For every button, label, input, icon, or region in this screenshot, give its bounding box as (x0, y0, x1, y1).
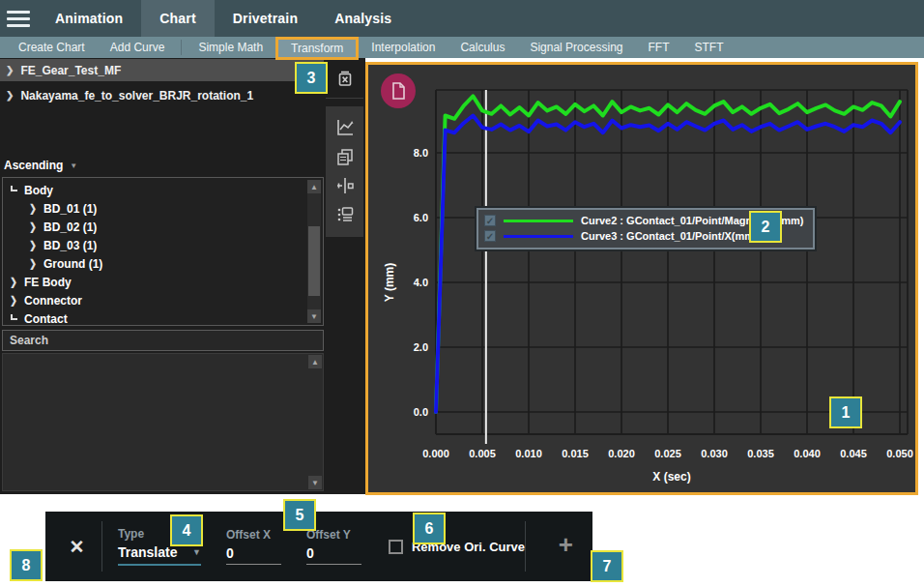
svg-text:0.030: 0.030 (701, 448, 728, 459)
report-button[interactable] (381, 73, 416, 108)
scroll-down-icon[interactable]: ▼ (308, 476, 322, 489)
chart-list-label: Nakayama_fe_to_solver_BRJR_rotation_1 (20, 89, 253, 103)
copy-chart-icon[interactable] (332, 144, 358, 169)
tree-item-label: Contact (24, 312, 68, 326)
callout-badge-3: 3 (295, 62, 328, 94)
tab-animation[interactable]: Animation (37, 0, 141, 37)
tree-item-ground-1[interactable]: ❯Ground (1) (9, 254, 323, 273)
scroll-down-icon[interactable]: ▼ (307, 309, 321, 323)
svg-text:6.0: 6.0 (414, 212, 428, 223)
ribbon-button-add-curve[interactable]: Add Curve (98, 37, 178, 58)
tab-analysis[interactable]: Analysis (316, 0, 410, 37)
svg-text:0.005: 0.005 (469, 448, 496, 459)
chart-ribbon: Create ChartAdd CurveSimple MathTransfor… (0, 37, 924, 58)
tree-item-bd-03-1[interactable]: ❯BD_03 (1) (9, 236, 323, 254)
svg-text:0.020: 0.020 (608, 448, 635, 459)
tree-item-label: FE Body (24, 276, 72, 289)
add-button[interactable]: + (559, 530, 573, 560)
legend-checkbox-icon[interactable]: ✓ (484, 215, 496, 226)
ribbon-button-interpolation[interactable]: Interpolation (359, 37, 448, 58)
ribbon-button-fft[interactable]: FFT (635, 37, 681, 58)
type-dropdown[interactable]: Translate ▼ (118, 544, 201, 566)
tree-scrollbar[interactable]: ▲ ▼ (307, 180, 321, 323)
tree-item-fe-body[interactable]: ❯FE Body (9, 273, 323, 291)
chart-list-item-nakayama-fe-to-solver-brjr-rotation-1[interactable]: ❯Nakayama_fe_to_solver_BRJR_rotation_1 (0, 84, 324, 106)
toolbar-divider (525, 521, 526, 572)
ribbon-button-calculus[interactable]: Calculus (448, 37, 517, 58)
entity-tree-panel: Body❯BD_01 (1)❯BD_02 (1)❯BD_03 (1)❯Groun… (2, 177, 324, 326)
svg-text:0.050: 0.050 (886, 448, 913, 459)
callout-badge-7: 7 (591, 550, 623, 582)
tree-item-bd-02-1[interactable]: ❯BD_02 (1) (9, 218, 323, 236)
close-button[interactable]: ✕ (67, 536, 87, 558)
callout-badge-1: 1 (829, 396, 862, 428)
chevron-right-icon[interactable]: ❯ (29, 239, 38, 250)
ribbon-button-signal-processing[interactable]: Signal Processing (517, 37, 635, 58)
type-value: Translate (118, 544, 177, 560)
tree-item-bd-01-1[interactable]: ❯BD_01 (1) (9, 199, 323, 218)
entity-tree: Body❯BD_01 (1)❯BD_02 (1)❯BD_03 (1)❯Groun… (3, 178, 323, 326)
svg-text:0.025: 0.025 (654, 448, 681, 459)
ribbon-button-stft[interactable]: STFT (681, 37, 736, 58)
scroll-up-icon[interactable]: ▲ (308, 355, 322, 368)
legend-line-swatch (504, 235, 573, 238)
strip-divider (326, 98, 363, 99)
chevron-right-icon[interactable]: ❯ (29, 257, 38, 269)
chevron-right-icon[interactable]: ❯ (10, 294, 18, 306)
chevron-right-icon[interactable]: ❯ (10, 276, 18, 287)
chevron-right-icon[interactable]: ❯ (29, 220, 38, 232)
tree-item-contact[interactable]: Contact (9, 309, 323, 326)
offset-y-group: Offset Y 0 (306, 528, 361, 565)
scrollbar-thumb[interactable] (308, 226, 320, 296)
callout-badge-5: 5 (283, 499, 316, 531)
chart-canvas[interactable]: 0.0000.0050.0100.0150.0200.0250.0300.035… (365, 62, 918, 495)
offset-x-field[interactable]: 0 (226, 545, 281, 565)
expanded-icon[interactable] (9, 317, 18, 320)
chevron-right-icon[interactable]: ❯ (29, 202, 38, 214)
ribbon-button-transform[interactable]: Transform (275, 37, 359, 60)
svg-text:4.0: 4.0 (414, 277, 428, 288)
ribbon-button-simple-math[interactable]: Simple Math (186, 37, 275, 58)
svg-text:Y (mm): Y (mm) (383, 263, 396, 302)
svg-text:X (sec): X (sec) (652, 470, 690, 484)
tree-item-label: BD_01 (1) (43, 202, 97, 216)
scroll-up-icon[interactable]: ▲ (307, 180, 321, 193)
chevron-down-icon: ▼ (192, 547, 201, 557)
search-input[interactable] (2, 330, 324, 351)
tree-item-connector[interactable]: ❯Connector (9, 291, 323, 309)
tree-item-body[interactable]: Body (9, 181, 323, 199)
legend-line-swatch (504, 220, 573, 222)
tree-item-label: Connector (24, 294, 82, 308)
sort-order-dropdown[interactable]: Ascending ▼ (4, 159, 77, 172)
main-tabs: AnimationChartDrivetrainAnalysis (37, 0, 410, 37)
offset-y-field[interactable]: 0 (306, 545, 361, 565)
callout-badge-4: 4 (170, 514, 203, 546)
svg-text:0.010: 0.010 (515, 448, 542, 459)
tree-item-label: BD_03 (1) (43, 239, 97, 252)
svg-text:0.035: 0.035 (747, 448, 774, 459)
sort-order-label: Ascending (4, 159, 63, 172)
svg-text:0.015: 0.015 (562, 448, 589, 459)
application-window: AnimationChartDrivetrainAnalysis Create … (0, 0, 924, 587)
legend-checkbox-icon[interactable]: ✓ (484, 230, 496, 242)
toolbar-divider (101, 521, 102, 572)
delete-chart-icon[interactable] (332, 66, 358, 91)
tree-item-label: Body (24, 184, 53, 197)
expanded-icon[interactable] (9, 189, 18, 191)
remove-ori-curve-checkbox[interactable]: Remove Ori. Curve (389, 540, 525, 554)
curve-chart-icon[interactable] (332, 115, 358, 140)
tab-drivetrain[interactable]: Drivetrain (215, 0, 316, 37)
svg-text:2.0: 2.0 (414, 341, 428, 353)
chevron-down-icon: ▼ (70, 161, 77, 170)
ribbon-button-create-chart[interactable]: Create Chart (6, 37, 98, 58)
hamburger-menu-icon[interactable] (0, 0, 37, 37)
chart-list-label: FE_Gear_Test_MF (20, 64, 121, 77)
tab-chart[interactable]: Chart (141, 0, 215, 37)
svg-text:0.045: 0.045 (840, 448, 867, 459)
curve-list-icon[interactable] (332, 202, 358, 227)
ribbon-divider (181, 40, 182, 55)
split-axis-icon[interactable] (332, 173, 358, 198)
checkbox-icon[interactable] (389, 540, 403, 554)
chart-list-item-fe-gear-test-mf[interactable]: ❯FE_Gear_Test_MF (0, 59, 324, 81)
callout-badge-2: 2 (749, 211, 782, 243)
